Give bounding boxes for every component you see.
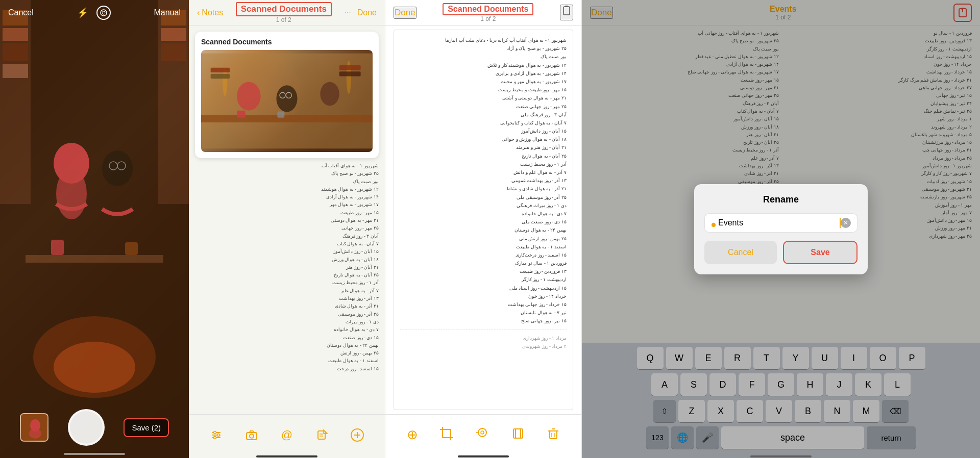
notes-back-label[interactable]: Notes: [202, 8, 223, 17]
svg-point-47: [250, 434, 254, 438]
svg-rect-7: [3, 43, 28, 61]
scanned-image[interactable]: [201, 50, 373, 152]
notes-header-actions: ··· Done: [344, 8, 377, 17]
manual-button[interactable]: Manual: [154, 8, 181, 17]
svg-rect-19: [125, 242, 138, 255]
svg-rect-66: [550, 431, 557, 439]
svg-rect-33: [277, 112, 284, 118]
doc-trash-icon[interactable]: [547, 427, 560, 443]
rename-save-button[interactable]: Save: [783, 241, 857, 264]
svg-point-73: [712, 223, 716, 227]
svg-rect-37: [211, 74, 230, 79]
text-cursor: [840, 218, 841, 228]
home-indicator: [189, 455, 385, 458]
doc-lens-icon[interactable]: [476, 427, 489, 443]
persian-text-block: شهریور ۱ - به هوای آفتاب آب ۲۵ شهریور - …: [195, 162, 379, 373]
home-indicator: [385, 455, 581, 458]
camera-icon[interactable]: [241, 425, 262, 445]
flash-icon[interactable]: ⚡: [77, 7, 88, 18]
at-sign-icon[interactable]: @: [277, 425, 297, 445]
scanned-card: Scanned Documents: [195, 32, 379, 158]
svg-point-27: [237, 82, 261, 111]
svg-point-44: [217, 434, 220, 436]
svg-rect-6: [3, 28, 28, 41]
rename-modal-buttons: Cancel Save: [704, 241, 857, 264]
notes-content: Scanned Documents: [189, 26, 385, 414]
camera-header: Cancel ⚡ Manual: [0, 0, 189, 26]
add-circle-icon[interactable]: [347, 425, 368, 445]
doc-title: Scanned Documents: [443, 3, 533, 15]
notes-title-center-area: Scanned Documents 1 of 2: [236, 2, 332, 23]
camera-panel: Cancel ⚡ Manual Save (2): [0, 0, 189, 458]
rename-input-row: ✕: [704, 213, 857, 233]
ellipsis-button[interactable]: ···: [344, 8, 351, 17]
rename-input-field[interactable]: [711, 218, 839, 227]
doc-crop-icon[interactable]: [440, 427, 453, 443]
svg-point-24: [29, 428, 41, 439]
doc-done-button[interactable]: Done: [394, 7, 416, 19]
notes-header: ‹ Notes Scanned Documents 1 of 2 ··· Don…: [189, 0, 385, 26]
save-button[interactable]: Save (2): [124, 418, 169, 437]
notes-done-button[interactable]: Done: [357, 8, 377, 17]
back-button[interactable]: ‹ Notes: [197, 8, 223, 17]
svg-point-61: [478, 428, 486, 437]
doc-header: Done Scanned Documents 1 of 2: [385, 0, 581, 26]
svg-rect-11: [161, 43, 186, 61]
chevron-left-icon: ‹: [197, 8, 200, 17]
camera-background: [0, 0, 189, 458]
svg-rect-48: [318, 431, 325, 439]
doc-title-area: Scanned Documents 1 of 2: [443, 3, 533, 22]
notes-footer: @: [189, 414, 385, 455]
svg-rect-64: [513, 429, 521, 438]
doc-counter: 1 of 2: [443, 15, 533, 22]
doc-content: شهریور ۱ - به هوای آفتاب آب کرانه دریا -…: [385, 26, 581, 414]
notes-text-content: شهریور ۱ - به هوای آفتاب آب ۲۵ شهریور - …: [195, 162, 379, 408]
photo-thumbnail[interactable]: [20, 413, 48, 442]
svg-rect-65: [516, 429, 523, 438]
doc-panel: Done Scanned Documents 1 of 2 شهریور ۱ -…: [385, 0, 582, 458]
doc-text-block: شهریور ۱ - به هوای آفتاب آب کرانه دریا -…: [400, 36, 567, 325]
svg-point-13: [56, 168, 87, 219]
svg-rect-32: [237, 111, 246, 118]
cancel-button[interactable]: Cancel: [8, 8, 34, 17]
svg-rect-10: [161, 28, 186, 41]
svg-point-62: [481, 431, 484, 434]
rename-modal: Rename ✕ Cancel Save: [694, 184, 868, 274]
svg-point-14: [102, 150, 133, 186]
notes-panel: ‹ Notes Scanned Documents 1 of 2 ··· Don…: [189, 0, 385, 458]
svg-point-43: [214, 431, 216, 434]
clear-input-button[interactable]: ✕: [841, 218, 851, 228]
camera-controls: ⚡: [77, 6, 111, 20]
svg-point-21: [102, 11, 105, 14]
svg-rect-18: [51, 240, 64, 255]
camera-footer: Save (2): [0, 397, 189, 458]
doc-share-icon[interactable]: [511, 427, 525, 443]
svg-rect-38: [339, 65, 361, 70]
lens-icon[interactable]: [96, 6, 111, 20]
svg-point-20: [101, 10, 107, 16]
svg-point-45: [214, 436, 216, 439]
svg-point-28: [276, 85, 297, 112]
doc-footer: ⊕: [385, 414, 581, 455]
scanned-docs-title: Scanned Documents: [236, 2, 332, 16]
events-panel: Done Events 1 of 2 شهریور ۱ - به هوای آف…: [582, 0, 980, 458]
shutter-button[interactable]: [68, 409, 105, 446]
rename-cancel-button[interactable]: Cancel: [704, 241, 777, 264]
svg-rect-54: [564, 7, 570, 15]
compose-icon[interactable]: [312, 425, 332, 445]
svg-rect-36: [211, 68, 230, 72]
notes-counter: 1 of 2: [236, 16, 332, 23]
svg-point-2: [54, 342, 135, 393]
svg-rect-26: [201, 115, 373, 122]
scanned-card-title: Scanned Documents: [201, 38, 373, 46]
svg-rect-56: [443, 429, 451, 438]
doc-share-button[interactable]: [560, 5, 573, 20]
rename-modal-overlay[interactable]: Rename ✕ Cancel Save: [582, 0, 980, 458]
svg-point-31: [320, 82, 339, 106]
adjust-icon[interactable]: [206, 425, 227, 445]
doc-add-icon[interactable]: ⊕: [407, 427, 418, 443]
rename-modal-title: Rename: [704, 194, 857, 205]
svg-rect-39: [339, 71, 361, 76]
doc-page: شهریور ۱ - به هوای آفتاب آب کرانه دریا -…: [394, 30, 573, 410]
svg-rect-8: [3, 64, 28, 78]
